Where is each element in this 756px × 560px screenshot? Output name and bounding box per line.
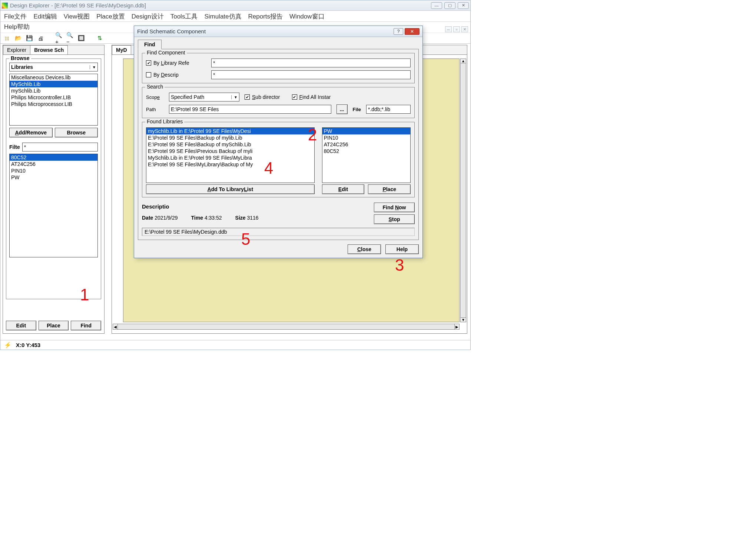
libraries-select-value: Libraries (11, 64, 33, 70)
dialog-close-button-bottom[interactable]: Close (348, 244, 381, 254)
found-edit-button[interactable]: Edit (322, 184, 365, 194)
path-browse-button[interactable]: ... (336, 104, 348, 114)
libraries-list[interactable]: Miscellaneous Devices.lib MySchlib.Lib m… (9, 74, 98, 126)
zoom-out-icon[interactable]: 🔍− (66, 34, 74, 42)
add-to-library-list-button[interactable]: Add To Library List (146, 184, 315, 194)
menu-tools[interactable]: Tools工具 (170, 12, 198, 21)
browse-legend: Browse (9, 55, 31, 61)
dialog-help-button[interactable]: ? (394, 28, 403, 35)
sub-dir-label: Sub director (252, 94, 280, 100)
dialog-help-button-bottom[interactable]: Help (385, 244, 419, 254)
by-descrip-label: By Descrip (153, 72, 179, 78)
description-label: Descriptio (142, 203, 372, 210)
find-now-button[interactable]: Find Now (374, 203, 415, 212)
list-item[interactable]: Miscellaneous Devices.lib (10, 74, 97, 81)
list-item[interactable]: E:\Protel 99 SE Files\MyLibrary\Backup o… (146, 161, 314, 168)
time-label: Time (191, 215, 203, 221)
list-item[interactable]: PW (322, 128, 410, 134)
by-libref-label: By Library Refe (153, 60, 189, 66)
libraries-select[interactable]: Libraries ▼ (9, 63, 98, 71)
statusbar: ⚡ X:0 Y:453 (0, 340, 470, 350)
dialog-title: Find Schematic Component (137, 28, 392, 34)
open-icon[interactable]: 📂 (14, 34, 22, 42)
save-icon[interactable]: 💾 (26, 34, 33, 42)
list-item[interactable]: PIN10 (322, 134, 410, 141)
list-item[interactable]: 80C52 (322, 148, 410, 154)
found-components-list[interactable]: PW PIN10 AT24C256 80C52 (322, 127, 411, 183)
tab-browse-sch[interactable]: Browse Sch (30, 45, 68, 54)
place-button[interactable]: Place (39, 321, 69, 330)
app-logo (2, 3, 8, 9)
doc-tab[interactable]: MyD (112, 45, 131, 54)
app-title: Design Explorer - [E:\Protel 99 SE Files… (10, 2, 431, 9)
find-button[interactable]: Find (71, 321, 101, 330)
by-libref-checkbox[interactable] (146, 60, 151, 66)
minimize-button[interactable]: — (431, 2, 442, 9)
print-icon[interactable]: 🖨 (37, 34, 44, 42)
list-item[interactable]: Philips Microprocessor.LIB (10, 101, 97, 107)
list-item[interactable]: MySchlib.Lib (10, 81, 97, 87)
menu-file[interactable]: File文件 (4, 12, 27, 21)
menu-place[interactable]: Place放置 (96, 12, 125, 21)
by-descrip-input[interactable] (211, 70, 411, 79)
found-place-button[interactable]: Place (368, 184, 411, 194)
menu-window[interactable]: Window窗口 (289, 12, 324, 21)
list-item[interactable]: E:\Protel 99 SE Files\Previous Backup of… (146, 148, 314, 154)
filter-label: Filte (9, 144, 20, 150)
titlebar: Design Explorer - [E:\Protel 99 SE Files… (0, 0, 470, 11)
tab-explorer[interactable]: Explorer (3, 45, 30, 54)
add-remove-button[interactable]: Add/Remove (9, 128, 53, 137)
mdi-restore-button[interactable]: ▫ (453, 26, 460, 32)
menu-view[interactable]: View视图 (64, 12, 90, 21)
menu-design[interactable]: Design设计 (132, 12, 164, 21)
dialog-tab-find[interactable]: Find (138, 40, 162, 49)
close-button[interactable]: ✕ (458, 2, 469, 9)
list-item[interactable]: Philips Microcontroller.LIB (10, 94, 97, 101)
stop-button[interactable]: Stop (374, 214, 415, 224)
scope-value: Specified Path (171, 94, 204, 100)
list-item[interactable]: mySchlib.Lib in E:\Protel 99 SE Files\My… (146, 128, 314, 134)
sub-dir-checkbox[interactable] (245, 94, 250, 100)
list-item[interactable]: E:\Protel 99 SE Files\Backup of mySchlib… (146, 141, 314, 148)
menu-help[interactable]: Help帮助 (4, 23, 30, 30)
list-item[interactable]: 80C52 (10, 154, 97, 161)
date-label: Date (142, 215, 153, 221)
mdi-close-button[interactable]: × (461, 26, 468, 32)
vertical-scrollbar[interactable] (460, 59, 466, 322)
zoom-fit-icon[interactable]: 🔲 (77, 34, 85, 42)
browse-button[interactable]: Browse (55, 128, 98, 137)
menu-edit[interactable]: Edit编辑 (33, 12, 57, 21)
list-item[interactable]: AT24C256 (322, 141, 410, 148)
find-component-legend: Find Component (145, 50, 187, 56)
list-item[interactable]: mySchlib.Lib (10, 87, 97, 94)
mdi-child-controls: – ▫ × (445, 26, 468, 32)
mdi-minimize-button[interactable]: – (445, 26, 452, 32)
maximize-button[interactable]: ▢ (444, 2, 455, 9)
by-libref-input[interactable] (211, 59, 411, 67)
path-input[interactable] (169, 105, 331, 114)
explorer-panel: Explorer Browse Sch Browse Libraries ▼ M… (3, 45, 105, 334)
tree-icon[interactable]: 𐄡 (3, 34, 11, 42)
list-item[interactable]: PIN10 (10, 167, 97, 174)
list-item[interactable]: AT24C256 (10, 161, 97, 167)
filter-input[interactable] (22, 143, 98, 151)
menu-reports[interactable]: Reports报告 (248, 12, 283, 21)
list-item[interactable]: E:\Protel 99 SE Files\Backup of mylib.Li… (146, 134, 314, 141)
updown-icon[interactable]: ⇅ (96, 34, 103, 42)
menu-simulate[interactable]: Simulate仿真 (204, 12, 241, 21)
by-descrip-checkbox[interactable] (146, 72, 151, 77)
edit-button[interactable]: Edit (6, 321, 36, 330)
size-label: Size (235, 215, 246, 221)
list-item[interactable]: MySchlib.Lib in E:\Protel 99 SE Files\My… (146, 154, 314, 161)
find-all-checkbox[interactable] (292, 94, 297, 100)
main-window: Design Explorer - [E:\Protel 99 SE Files… (0, 0, 471, 350)
dialog-status-line: E:\Protel 99 SE Files\MyDesign.ddb (142, 228, 415, 236)
components-list[interactable]: 80C52 AT24C256 PIN10 PW (9, 154, 98, 257)
scope-select[interactable]: Specified Path ▼ (169, 93, 239, 101)
horizontal-scrollbar[interactable] (113, 324, 460, 330)
list-item[interactable]: PW (10, 174, 97, 181)
file-input[interactable] (366, 105, 411, 114)
found-libraries-list[interactable]: mySchlib.Lib in E:\Protel 99 SE Files\My… (146, 127, 315, 183)
zoom-in-icon[interactable]: 🔍+ (55, 34, 63, 42)
dialog-close-button[interactable]: ✕ (405, 28, 420, 35)
